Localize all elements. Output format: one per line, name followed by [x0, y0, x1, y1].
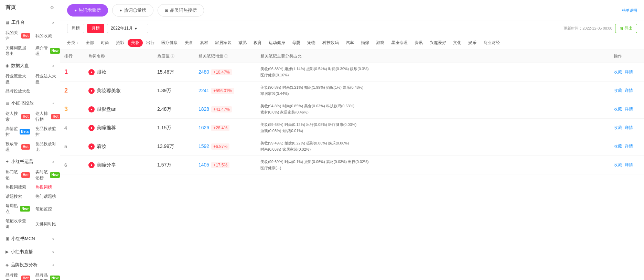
sidebar-section-header-data[interactable]: ◉数据大盘 ∧	[0, 60, 60, 72]
collect-button[interactable]: 收藏	[614, 88, 622, 94]
sidebar-item-industry-kol[interactable]: 行业达人大盘	[30, 72, 60, 87]
cat-news[interactable]: 资讯	[411, 39, 426, 47]
chevron-icon: ∨	[52, 237, 54, 241]
sidebar-section-header-workbench[interactable]: ▦工作台 ∧	[0, 17, 60, 28]
cat-travel[interactable]: 出行	[143, 39, 158, 47]
sidebar-section-header-ops[interactable]: ✦小红书运营 ∧	[0, 156, 60, 168]
cat-ent[interactable]: 娱乐	[465, 39, 480, 47]
gear-icon[interactable]: ⚙	[50, 5, 54, 10]
export-button[interactable]: ⊞ 导出	[615, 24, 637, 33]
cat-material[interactable]: 素材	[196, 39, 212, 47]
table-row: 5●眉妆13.99万1592+6.87%美妆(99.49%)婚嫁(0.22%)摄…	[60, 137, 644, 156]
tab-category-hot[interactable]: ⊞ 品类词热搜榜	[158, 4, 204, 17]
heat-value: 15.46万	[157, 69, 174, 75]
detail-button[interactable]: 详情	[625, 69, 633, 75]
sidebar-item-industry-flow[interactable]: 行业流量大盘	[0, 72, 30, 87]
sidebar-item-note-monitor[interactable]: 笔记监控	[30, 201, 60, 216]
sidebar-item-kol-search[interactable]: 达人搜索 Hot	[0, 109, 30, 124]
sidebar-item-sentiment[interactable]: 舆情监控 Beta	[0, 124, 30, 139]
sidebar-item-realtime-notes[interactable]: 实时笔记榜 New	[30, 168, 60, 183]
cat-hobby[interactable]: 兴趣爱好	[426, 39, 450, 47]
heat-cell: 13.99万	[153, 137, 194, 156]
cat-food[interactable]: 美食	[181, 39, 196, 47]
note-inc-help-icon[interactable]: ⓘ	[224, 54, 228, 59]
cat-all[interactable]: 全部	[82, 39, 97, 47]
period-month-btn[interactable]: 月榜	[87, 24, 104, 33]
sidebar-item-keyword-compare[interactable]: 关键词对比	[30, 216, 60, 231]
cat-fashion[interactable]: 时尚	[97, 39, 112, 47]
sidebar-item-media-manage[interactable]: 媒介管理 New	[30, 43, 60, 58]
sidebar-item-hot-search[interactable]: 热搜词搜索	[0, 183, 30, 192]
tab-hot-growth[interactable]: ● 热词增量榜	[67, 4, 108, 17]
sidebar-item-my-collect[interactable]: 我的收藏	[30, 28, 60, 43]
collect-button[interactable]: 收藏	[614, 106, 622, 112]
cat-star[interactable]: 星座命理	[388, 39, 411, 47]
cat-tech[interactable]: 科技数码	[319, 39, 342, 47]
category-tag: 娱乐(0.48%)	[343, 85, 364, 90]
collect-button[interactable]: 收藏	[614, 125, 622, 131]
heat-cell: 1.15万	[153, 119, 194, 137]
cat-car[interactable]: 汽车	[342, 39, 357, 47]
data-table-container: 排行 热词名称 热度值 ⓘ 相关笔记增量 ⓘ 相关笔记主	[60, 50, 644, 280]
cat-photo[interactable]: 摄影	[112, 39, 128, 47]
sidebar-item-placement[interactable]: 投放管理 Hot	[0, 139, 30, 154]
sidebar-section-header-live[interactable]: ▶小红书直播 ∨	[0, 246, 60, 258]
cat-home[interactable]: 家居家装	[212, 39, 235, 47]
tab-hot-total-icon: ●	[119, 8, 122, 13]
cat-sport[interactable]: 运动健身	[265, 39, 289, 47]
sidebar-item-kol-rank[interactable]: 达人排行榜 Hot	[30, 109, 60, 124]
cat-edu[interactable]: 教育	[250, 39, 265, 47]
keyword-icon: ●	[88, 143, 95, 150]
collect-button[interactable]: 收藏	[614, 162, 622, 168]
cat-beauty[interactable]: 美妆	[128, 39, 143, 47]
sidebar-item-topic-rank[interactable]: 热门话题榜	[30, 192, 60, 201]
date-select[interactable]: 2022年11月 ▾	[107, 24, 148, 33]
filterbar-left: 周榜 月榜 2022年11月 ▾	[67, 24, 148, 33]
cat-slim[interactable]: 减肥	[235, 39, 250, 47]
detail-button[interactable]: 详情	[625, 125, 633, 131]
cat-biz[interactable]: 商业财经	[480, 39, 503, 47]
help-link[interactable]: 榜单说明	[622, 8, 637, 13]
keyword-text: 美瞳分享	[97, 162, 116, 168]
sidebar-section-header-mcn[interactable]: ▣小红书MCN ∨	[0, 233, 60, 245]
detail-button[interactable]: 详情	[625, 143, 633, 149]
sidebar-section-header-ads[interactable]: ▤小红书投放 «	[0, 97, 60, 109]
keyword-cell: ●眼妆	[84, 63, 153, 82]
cat-game[interactable]: 游戏	[373, 39, 388, 47]
sidebar-item-hot-notes[interactable]: 热门笔记 Hot	[0, 168, 30, 183]
sidebar-item-competitor-monitor[interactable]: 竞品投放监控	[30, 124, 60, 139]
category-tag: 摄影(0.06%)	[304, 159, 325, 164]
cat-pet[interactable]: 宠物	[304, 39, 319, 47]
cat-baby[interactable]: 母婴	[289, 39, 304, 47]
cat-culture[interactable]: 文化	[450, 39, 465, 47]
sidebar-item-competitor-compare[interactable]: 竞品投放对比	[30, 139, 60, 154]
category-tag: 时尚(0.05%)	[260, 147, 281, 152]
sidebar-item-topic-search[interactable]: 话题搜索	[0, 192, 30, 201]
sidebar-item-note-index[interactable]: 笔记收录查询	[0, 216, 30, 231]
sidebar-item-brand-category[interactable]: 品牌品类搜索 New	[30, 271, 60, 280]
tab-hot-total[interactable]: ● 热词总量榜	[112, 4, 153, 17]
detail-button[interactable]: 详情	[625, 106, 633, 112]
sidebar-item-brand-board[interactable]: 品牌投放大盘	[0, 87, 60, 96]
tab-hot-growth-icon: ●	[74, 8, 77, 13]
collect-button[interactable]: 收藏	[614, 143, 622, 149]
category-tag: 娱乐(0.06%)	[328, 141, 349, 146]
keyword-icon: ●	[88, 162, 95, 168]
sidebar-item-my-follow[interactable]: 我的关注 Hot	[0, 28, 30, 43]
detail-button[interactable]: 详情	[625, 162, 633, 168]
sidebar-item-keyword-export[interactable]: 关键词数据导出	[0, 43, 30, 58]
note-inc-cell: 2241+596.01%	[194, 82, 256, 100]
category-tag: 时尚(0.1%)	[285, 159, 303, 164]
cat-marriage[interactable]: 婚嫁	[357, 39, 373, 47]
sidebar-item-brand-search[interactable]: 品牌搜索 Hot	[0, 271, 30, 280]
cat-health[interactable]: 医疗健康	[158, 39, 181, 47]
sidebar-section-header-brand[interactable]: ◈品牌投放分析 ∧	[0, 259, 60, 271]
sidebar-item-weekly-hot[interactable]: 每周热点 New	[0, 201, 30, 216]
heat-help-icon[interactable]: ⓘ	[171, 54, 174, 59]
detail-button[interactable]: 详情	[625, 88, 633, 94]
collect-button[interactable]: 收藏	[614, 69, 622, 75]
table-row: 6●美瞳分享1.57万1405+17.5%美妆(99.69%)时尚(0.1%)摄…	[60, 156, 644, 174]
period-week-btn[interactable]: 周榜	[67, 24, 84, 33]
sidebar-item-hot-search-rank[interactable]: 热搜词榜	[30, 183, 60, 192]
table-row: 2●美妆蓉美妆1.39万2241+596.01%美妆(90.8%)时尚(3.21…	[60, 82, 644, 100]
